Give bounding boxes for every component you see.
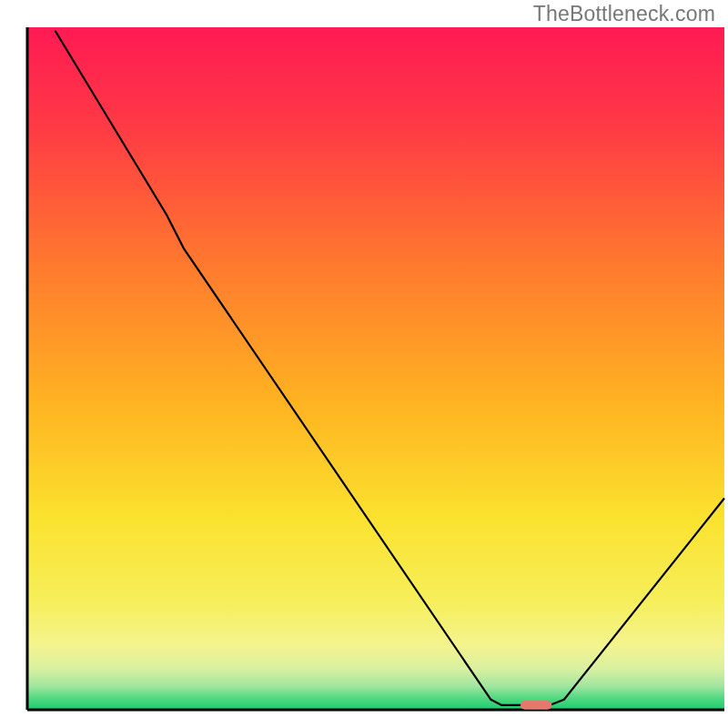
chart-container: TheBottleneck.com — [0, 0, 728, 728]
watermark-text: TheBottleneck.com — [533, 2, 715, 26]
optimal-marker — [521, 701, 551, 710]
gradient-background — [27, 27, 724, 710]
bottleneck-chart — [0, 0, 728, 728]
